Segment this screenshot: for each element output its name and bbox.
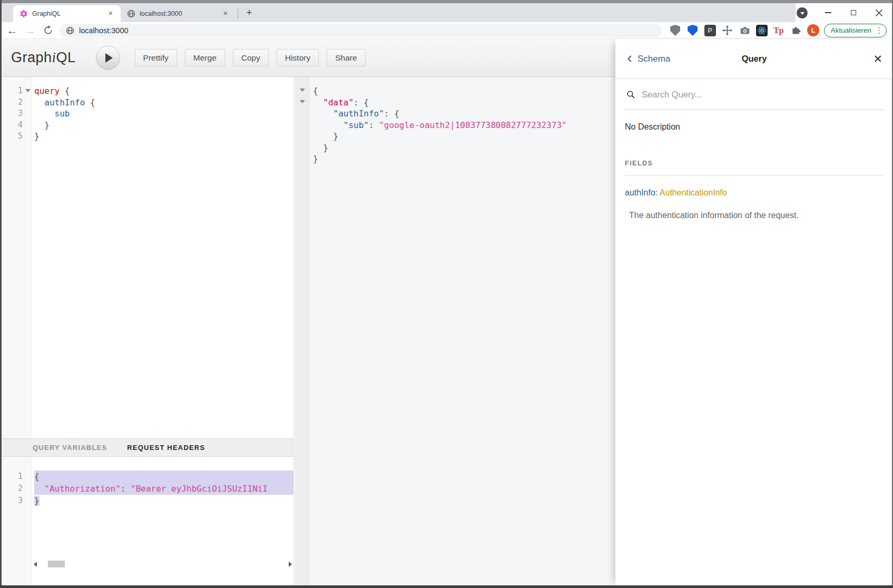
tab-close-icon[interactable]: × — [106, 9, 115, 18]
update-label: Aktualisieren — [831, 26, 871, 34]
doc-search-input[interactable] — [642, 90, 810, 100]
query-editor-code[interactable]: query { authInfo { sub }} — [32, 77, 293, 438]
field-type-link[interactable]: AuthenticationInfo — [660, 188, 727, 197]
globe-icon — [127, 9, 135, 18]
scrollbar-thumb[interactable] — [48, 561, 65, 567]
search-icon — [626, 90, 636, 100]
field-colon: : — [655, 188, 660, 197]
divider — [625, 175, 884, 175]
field-description: The authentication information of the re… — [629, 211, 884, 220]
graphiql-logo: GraphiQL — [11, 50, 76, 66]
secondary-editor-tabs: QUERY VARIABLES REQUEST HEADERS — [2, 438, 293, 457]
result-json: { "data": { "authInfo": { "sub": "google… — [310, 77, 615, 585]
back-button[interactable]: ← — [5, 23, 19, 38]
extensions-row: P Tp L — [669, 24, 820, 37]
window-close-button[interactable] — [873, 7, 885, 18]
window-frame-bottom — [0, 585, 893, 588]
query-editor[interactable]: 12345 query { authInfo { sub }} — [2, 77, 293, 438]
chrome-update-menu-button[interactable]: Aktualisieren ⋮ — [824, 24, 887, 37]
prettify-button[interactable]: Prettify — [135, 49, 177, 66]
field-row: authInfo: AuthenticationInfo — [625, 188, 884, 198]
browser-toolbar: ← → localhost:3000 P Tp — [2, 22, 892, 39]
toolbar-buttons: Prettify Merge Copy History Share — [135, 49, 366, 66]
forward-button[interactable]: → — [23, 23, 37, 38]
fields-heading: FIELDS — [625, 160, 884, 167]
p-extension-icon[interactable]: P — [704, 24, 717, 37]
fold-arrow-icon[interactable] — [300, 100, 305, 103]
tab-divider — [238, 9, 238, 18]
window-frame-left — [0, 0, 2, 588]
doc-explorer: Schema Query ✕ No Description FIELDS aut… — [615, 39, 893, 585]
tab-search-button[interactable] — [797, 7, 808, 18]
kebab-menu-icon: ⋮ — [875, 26, 883, 35]
react-devtools-extension-icon[interactable] — [756, 25, 768, 36]
browser-window: GraphiQL × localhost:3000 × + ← → — [0, 0, 893, 588]
graphiql-toolbar: GraphiQL Prettify Merge Copy History Sha… — [2, 39, 615, 77]
url-text: localhost:3000 — [79, 26, 129, 35]
scroll-right-arrow-icon[interactable] — [287, 561, 293, 567]
new-tab-button[interactable]: + — [242, 6, 256, 20]
move-tool-extension-icon[interactable] — [721, 24, 734, 37]
headers-editor-gutter: 123 — [2, 457, 32, 585]
fold-arrow-icon[interactable] — [25, 89, 31, 92]
window-controls — [822, 7, 885, 18]
type-description: No Description — [625, 122, 884, 132]
minimize-button[interactable] — [822, 7, 834, 18]
doc-search-row — [624, 79, 885, 110]
result-fold-gutter — [295, 77, 310, 585]
doc-explorer-header: Schema Query ✕ — [615, 39, 893, 79]
tab-title: localhost:3000 — [140, 10, 221, 17]
reload-button[interactable] — [41, 23, 55, 38]
ublock-extension-icon[interactable] — [669, 24, 682, 37]
profile-avatar[interactable]: L — [807, 24, 820, 37]
merge-button[interactable]: Merge — [185, 49, 225, 66]
tab-graphiql[interactable]: GraphiQL × — [13, 5, 121, 22]
tab-title: GraphiQL — [32, 10, 106, 17]
play-icon — [105, 53, 113, 63]
scrollbar-track[interactable] — [38, 561, 287, 567]
chevron-down-icon — [800, 12, 804, 15]
extensions-puzzle-icon[interactable] — [790, 24, 802, 37]
doc-close-icon[interactable]: ✕ — [873, 53, 882, 64]
doc-content: No Description FIELDS authInfo: Authenti… — [615, 122, 893, 220]
tp-extension-icon[interactable]: Tp — [772, 24, 785, 37]
bitwarden-extension-icon[interactable] — [686, 24, 699, 37]
camera-extension-icon[interactable] — [739, 24, 751, 37]
window-frame-top — [0, 0, 893, 3]
tab-strip: GraphiQL × localhost:3000 × + — [2, 3, 892, 22]
graphiql-logo-icon — [19, 9, 28, 18]
chevron-left-icon — [626, 54, 634, 63]
tab-close-icon[interactable]: × — [221, 9, 230, 18]
globe-icon — [66, 26, 74, 35]
query-editor-gutter: 12345 — [2, 77, 32, 438]
execute-query-button[interactable] — [96, 46, 120, 70]
doc-back-link[interactable]: Schema — [626, 54, 670, 64]
editor-pane: 12345 query { authInfo { sub }} QUERY VA… — [2, 77, 293, 585]
result-pane: { "data": { "authInfo": { "sub": "google… — [293, 77, 615, 585]
address-bar[interactable]: localhost:3000 — [60, 24, 662, 37]
field-name-link[interactable]: authInfo — [625, 188, 655, 197]
tab-localhost[interactable]: localhost:3000 × — [121, 5, 235, 22]
share-button[interactable]: Share — [327, 49, 365, 66]
fold-arrow-icon[interactable] — [300, 89, 305, 92]
tab-query-variables[interactable]: QUERY VARIABLES — [33, 444, 107, 452]
copy-button[interactable]: Copy — [233, 49, 269, 66]
tab-request-headers[interactable]: REQUEST HEADERS — [127, 444, 205, 452]
doc-back-label: Schema — [637, 54, 670, 64]
history-button[interactable]: History — [277, 49, 319, 66]
scroll-left-arrow-icon[interactable] — [32, 561, 38, 567]
horizontal-scrollbar[interactable] — [32, 560, 293, 569]
maximize-button[interactable] — [848, 7, 859, 18]
